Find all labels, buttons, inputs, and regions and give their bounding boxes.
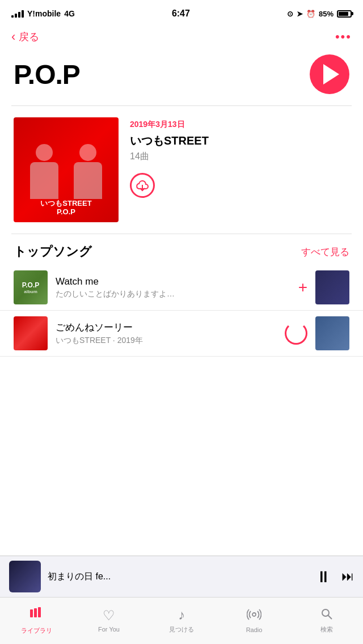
- status-left: Y!mobile 4G: [11, 9, 75, 18]
- status-right: ⊙ ➤ ⏰ 85%: [287, 10, 352, 18]
- search-icon: [320, 607, 334, 623]
- album-info: 2019年3月13日 いつもSTREET 14曲: [130, 117, 349, 198]
- skip-button[interactable]: ⏭: [341, 569, 354, 584]
- mini-player-thumb: [9, 561, 41, 592]
- artist-name: P.O.P: [14, 59, 80, 90]
- song-subtitle-2: いつもSTREET · 2019年: [56, 336, 277, 346]
- nav-bar: ‹ 戻る •••: [0, 25, 363, 49]
- play-all-button[interactable]: [310, 54, 349, 94]
- album-title: いつもSTREET: [130, 133, 349, 149]
- battery-icon: [337, 10, 352, 18]
- music-note-icon: ♪: [178, 607, 185, 623]
- loading-indicator: [285, 322, 307, 345]
- svg-point-4: [252, 613, 256, 616]
- top-songs-title: トップソング: [14, 243, 92, 260]
- time-label: 6:47: [172, 9, 190, 19]
- tab-search[interactable]: 検索: [290, 601, 363, 634]
- see-all-button[interactable]: すべて見る: [301, 245, 349, 259]
- album-tracks: 14曲: [130, 151, 349, 163]
- heart-icon: ♡: [103, 608, 115, 624]
- next-album-thumb-2: [315, 316, 349, 350]
- alarm-icon: ⏰: [306, 10, 315, 18]
- next-album-thumb-1: [315, 270, 349, 304]
- song-thumb-1: P.O.P album: [14, 270, 48, 304]
- svg-point-5: [322, 609, 329, 616]
- pause-button[interactable]: ⏸: [315, 567, 331, 586]
- album-art-text: いつもSTREETP.O.P: [40, 199, 91, 217]
- more-button[interactable]: •••: [335, 29, 352, 44]
- tab-for-you-label: For You: [98, 626, 120, 633]
- more-icon: •••: [335, 29, 352, 44]
- radio-icon: [247, 607, 261, 624]
- song-info-1: Watch me たのしいことばかりありますよ…: [56, 276, 290, 299]
- album-date: 2019年3月13日: [130, 120, 349, 130]
- status-bar: Y!mobile 4G 6:47 ⊙ ➤ ⏰ 85%: [0, 0, 363, 25]
- mini-player-title: 初まりの日 fe...: [48, 571, 309, 583]
- album-section: いつもSTREETP.O.P 2019年3月13日 いつもSTREET 14曲: [0, 106, 363, 234]
- svg-rect-2: [34, 608, 37, 617]
- tab-library-label: ライブラリ: [21, 626, 52, 635]
- back-label: 戻る: [19, 30, 39, 44]
- location-icon: ➤: [297, 10, 303, 18]
- song-title-1: Watch me: [56, 276, 290, 287]
- download-icon: [130, 173, 155, 198]
- tab-search-label: 検索: [320, 625, 333, 634]
- album-art: いつもSTREETP.O.P: [14, 117, 119, 222]
- tab-for-you[interactable]: ♡ For You: [73, 602, 145, 633]
- song-item[interactable]: P.O.P album Watch me たのしいことばかりありますよ… +: [0, 265, 363, 311]
- tab-radio[interactable]: Radio: [218, 601, 290, 633]
- back-chevron-icon: ‹: [11, 29, 15, 44]
- back-button[interactable]: ‹ 戻る: [11, 29, 39, 44]
- lock-icon: ⊙: [287, 10, 293, 18]
- tab-bar: ライブラリ ♡ For You ♪ 見つける Radio 検索: [0, 597, 363, 644]
- battery-label: 85%: [319, 10, 334, 18]
- mini-player-info: 初まりの日 fe...: [48, 571, 309, 583]
- tab-browse[interactable]: ♪ 見つける: [145, 601, 218, 634]
- svg-rect-1: [30, 609, 33, 617]
- mini-player[interactable]: 初まりの日 fe... ⏸ ⏭: [0, 556, 363, 597]
- song-title-2: ごめんねソーリー: [56, 321, 277, 334]
- song-thumb-2: [14, 316, 48, 350]
- artist-header: P.O.P: [0, 49, 363, 105]
- mini-player-controls: ⏸ ⏭: [315, 567, 354, 586]
- tab-browse-label: 見つける: [169, 625, 194, 634]
- signal-icon: [11, 10, 24, 18]
- network-label: 4G: [64, 9, 75, 18]
- top-songs-header: トップソング すべて見る: [0, 234, 363, 265]
- download-button[interactable]: [130, 173, 349, 198]
- svg-line-6: [328, 615, 332, 619]
- song-item-2[interactable]: ごめんねソーリー いつもSTREET · 2019年: [0, 311, 363, 357]
- svg-rect-3: [38, 607, 41, 617]
- carrier-label: Y!mobile: [27, 9, 61, 18]
- library-icon: [29, 606, 44, 624]
- song-info-2: ごめんねソーリー いつもSTREET · 2019年: [56, 321, 277, 346]
- tab-library[interactable]: ライブラリ: [0, 600, 73, 635]
- tab-radio-label: Radio: [246, 626, 263, 633]
- song-subtitle-1: たのしいことばかりありますよ…: [56, 289, 290, 299]
- add-song-button-1[interactable]: +: [298, 278, 307, 296]
